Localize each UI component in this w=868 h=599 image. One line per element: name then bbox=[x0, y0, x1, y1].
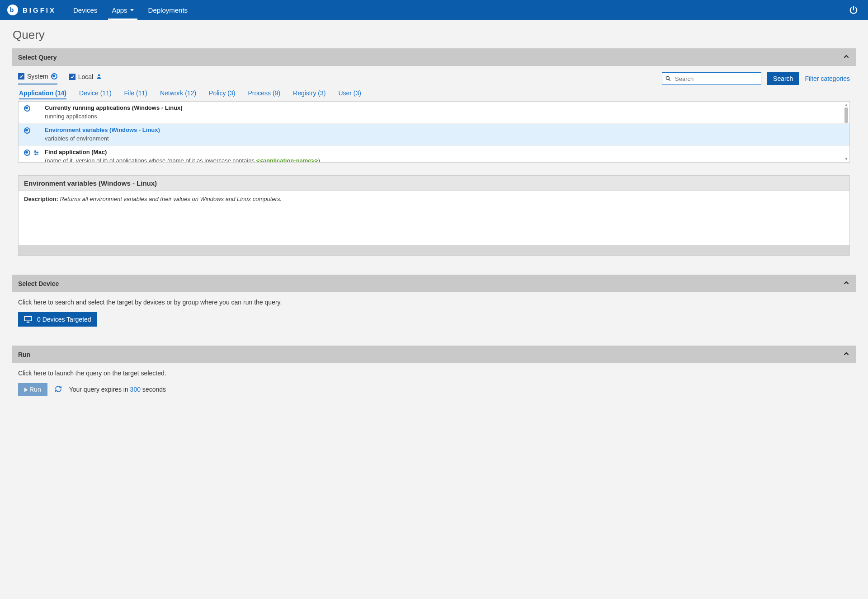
run-header-label: Run bbox=[18, 351, 30, 358]
tab-registry[interactable]: Registry (3) bbox=[293, 88, 326, 99]
description-label: Description: bbox=[24, 196, 58, 202]
nav-devices-label: Devices bbox=[73, 6, 97, 14]
brand-text: BIGFIX bbox=[23, 6, 56, 14]
search-button[interactable]: Search bbox=[767, 72, 799, 85]
select-device-header-label: Select Device bbox=[18, 280, 59, 287]
tab-policy[interactable]: Policy (3) bbox=[209, 88, 235, 99]
tab-device[interactable]: Device (11) bbox=[79, 88, 112, 99]
svg-point-4 bbox=[35, 150, 36, 151]
query-row[interactable]: Environment variables (Windows - Linux) … bbox=[19, 124, 849, 146]
checkbox-checked-icon bbox=[69, 74, 75, 80]
filter-categories-link[interactable]: Filter categories bbox=[805, 75, 850, 82]
power-button[interactable] bbox=[844, 0, 863, 20]
query-detail-footer bbox=[19, 245, 849, 255]
nav-deployments[interactable]: Deployments bbox=[141, 0, 195, 20]
monitor-icon bbox=[24, 316, 33, 323]
select-query-header[interactable]: Select Query bbox=[12, 48, 856, 66]
query-detail: Environment variables (Windows - Linux) … bbox=[18, 175, 850, 256]
query-row-subtitle: variables of environment bbox=[45, 135, 160, 142]
page-title: Query bbox=[13, 28, 856, 42]
description-value: Returns all environment variables and th… bbox=[60, 196, 282, 202]
run-expires-seconds: 300 bbox=[130, 386, 141, 393]
chevron-up-icon bbox=[843, 279, 850, 288]
bigfix-icon bbox=[24, 150, 30, 156]
checkbox-checked-icon bbox=[18, 73, 24, 80]
svg-point-8 bbox=[35, 154, 36, 154]
run-panel: Run Click here to launch the query on th… bbox=[12, 346, 856, 404]
select-query-panel: Select Query System bbox=[12, 48, 856, 264]
scope-local[interactable]: Local bbox=[69, 73, 102, 84]
scroll-up-icon: ▲ bbox=[844, 103, 849, 107]
svg-rect-9 bbox=[24, 317, 32, 321]
search-icon bbox=[662, 75, 674, 82]
search-input[interactable] bbox=[674, 75, 761, 83]
sliders-icon bbox=[33, 150, 39, 157]
scrollbar[interactable]: ▲ ▼ bbox=[844, 103, 849, 161]
run-button-label: Run bbox=[29, 386, 41, 393]
run-hint: Click here to launch the query on the ta… bbox=[18, 370, 850, 377]
query-row[interactable]: Currently running applications (Windows … bbox=[19, 102, 849, 124]
svg-line-2 bbox=[669, 80, 670, 81]
bigfix-icon bbox=[51, 73, 57, 80]
select-device-panel: Select Device Click here to search and s… bbox=[12, 275, 856, 335]
run-header[interactable]: Run bbox=[12, 346, 856, 363]
brand-icon: b bbox=[7, 5, 18, 15]
chevron-down-icon bbox=[130, 9, 134, 11]
nav-apps[interactable]: Apps bbox=[104, 0, 141, 20]
bigfix-icon bbox=[24, 127, 30, 134]
primary-nav: Devices Apps Deployments bbox=[66, 0, 195, 20]
query-row[interactable]: Find application (Mac) (name of it, vers… bbox=[19, 146, 849, 163]
query-param-token: <<application-name>> bbox=[256, 157, 318, 163]
tab-file[interactable]: File (11) bbox=[124, 88, 147, 99]
scrollbar-thumb[interactable] bbox=[844, 108, 848, 123]
select-query-header-label: Select Query bbox=[18, 54, 57, 61]
scroll-down-icon: ▼ bbox=[844, 157, 849, 161]
devices-targeted-button[interactable]: 0 Devices Targeted bbox=[18, 312, 97, 327]
query-detail-title: Environment variables (Windows - Linux) bbox=[19, 176, 849, 191]
query-row-subtitle: running applications bbox=[45, 113, 183, 120]
svg-point-6 bbox=[37, 152, 38, 153]
query-list: Currently running applications (Windows … bbox=[18, 101, 850, 163]
chevron-up-icon bbox=[843, 53, 850, 61]
nav-apps-label: Apps bbox=[112, 6, 127, 14]
scope-local-label: Local bbox=[78, 73, 93, 80]
select-device-header[interactable]: Select Device bbox=[12, 275, 856, 292]
bigfix-icon bbox=[24, 105, 30, 112]
tab-network[interactable]: Network (12) bbox=[160, 88, 196, 99]
user-icon bbox=[96, 73, 102, 81]
play-icon bbox=[24, 388, 28, 392]
power-icon bbox=[849, 5, 859, 15]
search-input-wrap bbox=[662, 72, 761, 85]
query-row-title: Environment variables (Windows - Linux) bbox=[45, 126, 160, 133]
run-button[interactable]: Run bbox=[18, 383, 47, 396]
chevron-up-icon bbox=[843, 350, 850, 359]
nav-deployments-label: Deployments bbox=[148, 6, 188, 14]
tab-process[interactable]: Process (9) bbox=[248, 88, 280, 99]
refresh-icon[interactable] bbox=[55, 385, 62, 394]
tab-application[interactable]: Application (14) bbox=[19, 88, 66, 99]
run-expires-text: Your query expires in 300 seconds bbox=[69, 386, 166, 393]
scope-system-label: System bbox=[27, 73, 48, 80]
svg-point-0 bbox=[98, 74, 100, 76]
query-row-subtitle: (name of it, version of it) of applicati… bbox=[45, 157, 320, 163]
scope-checks: System Local bbox=[18, 73, 102, 84]
query-row-title: Find application (Mac) bbox=[45, 149, 320, 155]
devices-targeted-label: 0 Devices Targeted bbox=[37, 316, 91, 323]
query-row-title: Currently running applications (Windows … bbox=[45, 104, 183, 111]
top-nav: b BIGFIX Devices Apps Deployments bbox=[0, 0, 868, 20]
brand: b BIGFIX bbox=[7, 0, 56, 20]
category-tabs: Application (14) Device (11) File (11) N… bbox=[18, 88, 850, 101]
svg-point-1 bbox=[666, 76, 669, 80]
tab-user[interactable]: User (3) bbox=[338, 88, 361, 99]
scope-system[interactable]: System bbox=[18, 73, 57, 84]
select-device-hint: Click here to search and select the targ… bbox=[18, 299, 850, 306]
nav-devices[interactable]: Devices bbox=[66, 0, 104, 20]
